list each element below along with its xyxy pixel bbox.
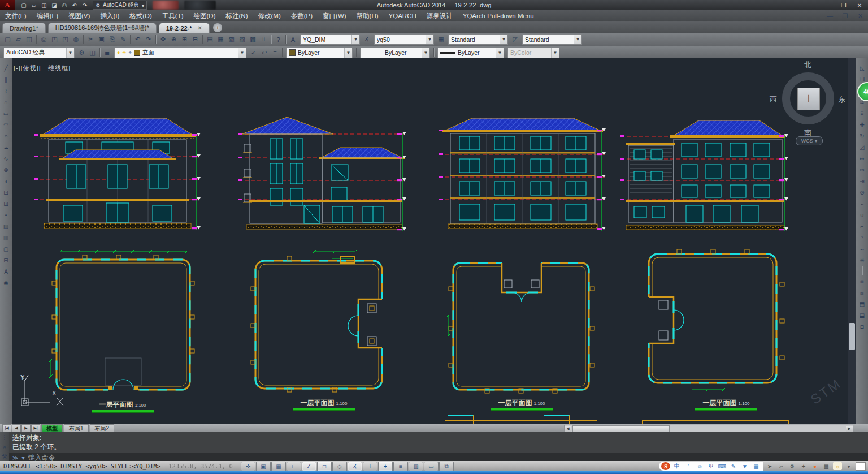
handwriting-icon[interactable]: ✎	[729, 462, 738, 470]
stretch-icon[interactable]: ↦	[857, 153, 867, 164]
infer-constraints-icon[interactable]: ✛	[241, 462, 255, 471]
arrow-tool-2-icon[interactable]: ➢	[776, 462, 785, 470]
qat-redo-icon[interactable]: ↷	[80, 1, 89, 9]
toolbox-icon[interactable]: ▦	[752, 462, 761, 470]
doc-close-icon[interactable]: ✕	[855, 11, 866, 21]
file-tab-drawing1[interactable]: Drawing1*	[2, 23, 46, 33]
construction-line-icon[interactable]: ∥	[1, 74, 11, 85]
layout2-tab[interactable]: 布局2	[90, 424, 115, 432]
markup-set-manager-icon[interactable]: ▩	[248, 35, 258, 45]
region-icon[interactable]: ▢	[1, 244, 11, 255]
linetype-select[interactable]: ByLayer▼	[360, 48, 430, 58]
qat-open-icon[interactable]: ▱	[29, 1, 38, 9]
menu-item-2[interactable]: 视图(V)	[63, 10, 95, 21]
elevation-drawing-2[interactable]	[237, 110, 407, 235]
cut-icon[interactable]: ✂	[85, 35, 96, 45]
last-tab-icon[interactable]: ▶|	[31, 424, 40, 432]
file-tab-hd190816[interactable]: HD190816-169特色景墙(1~6#墙)*	[48, 23, 157, 33]
revision-cloud-icon[interactable]: ☁	[1, 142, 11, 153]
prev-tab-icon[interactable]: ◀	[12, 424, 21, 432]
qat-workspace-select[interactable]: ⚙ AutoCAD 经典 ▾	[93, 1, 147, 10]
break-at-point-icon[interactable]: ⊘	[857, 187, 867, 198]
scroll-left-icon[interactable]: ◀	[565, 426, 571, 432]
qat-plot-icon[interactable]: ⎙	[60, 1, 69, 9]
floor-plan-drawing-4[interactable]	[637, 243, 790, 397]
sheet-set-manager-icon[interactable]: ▨	[237, 35, 248, 45]
menu-item-13[interactable]: 源泉设计	[422, 10, 458, 21]
extend-icon[interactable]: ⇥	[857, 176, 867, 187]
make-object-layer-current-icon[interactable]: ✓	[248, 48, 259, 58]
zoom-window-icon[interactable]: ⊞	[179, 35, 190, 45]
window-maximize-icon[interactable]: ❐	[839, 0, 849, 10]
new-tab-button[interactable]: +	[213, 23, 222, 32]
make-block-icon[interactable]: ⊞	[1, 199, 11, 209]
save-icon[interactable]: ◫	[24, 35, 34, 45]
match-properties-icon[interactable]: ✎	[118, 35, 128, 45]
point-style-icon[interactable]: ✱	[1, 278, 11, 288]
mleader-style-select[interactable]: Standard▼	[522, 34, 582, 45]
gradient-icon[interactable]: ▥	[1, 232, 11, 243]
model-tab[interactable]: 模型	[41, 424, 63, 432]
lightbulb-icon[interactable]: ☼	[833, 462, 842, 470]
properties-icon[interactable]: ▤	[205, 35, 215, 45]
sogou-logo-icon[interactable]: S	[661, 462, 670, 470]
gear-icon[interactable]: ⚙	[788, 462, 797, 470]
paste-icon[interactable]: ⎘	[107, 35, 118, 45]
lineweight-select[interactable]: ByLayer▼	[437, 48, 504, 58]
vertical-scroll-thumb[interactable]	[849, 323, 855, 350]
qat-save-icon[interactable]: ◫	[40, 1, 49, 9]
customize-wrench-icon[interactable]: ⚒	[0, 453, 10, 461]
wcs-menu[interactable]: WCS▾	[796, 136, 823, 145]
send-to-back-icon[interactable]: ⧇	[857, 287, 867, 298]
menu-item-7[interactable]: 标注(N)	[221, 10, 253, 21]
ellipse-icon[interactable]: ⊜	[1, 165, 11, 175]
dynamic-input-icon[interactable]: +	[378, 462, 393, 471]
menu-item-6[interactable]: 绘图(D)	[189, 10, 221, 21]
horizontal-scrollbar[interactable]: ◀ ▶	[564, 425, 853, 433]
send-under-icon[interactable]: ⬓	[857, 310, 867, 321]
layer-select[interactable]: ● ☀ ✦ 立面 ▼	[114, 48, 246, 58]
multiline-text-icon[interactable]: A	[1, 266, 11, 277]
undo-icon[interactable]: ↶	[132, 35, 143, 45]
menu-item-10[interactable]: 窗口(W)	[318, 10, 351, 21]
batch-plot-icon[interactable]: ◍	[71, 35, 81, 45]
coordinates-readout[interactable]: 12355.8, 3574.1, 0	[168, 463, 233, 469]
quickcalc-icon[interactable]: ⌗	[258, 35, 269, 45]
explode-icon[interactable]: ✳	[857, 255, 867, 266]
line-icon[interactable]: ╱	[1, 63, 11, 74]
arc-icon[interactable]: ◠	[1, 119, 11, 130]
window-close-icon[interactable]: ✕	[854, 0, 865, 10]
text-style-select[interactable]: YQ_DIM▼	[300, 34, 360, 45]
doc-restore-icon[interactable]: ❐	[840, 11, 850, 21]
windows-taskbar-edge[interactable]	[0, 471, 868, 474]
viewcube-top-face[interactable]: 上	[797, 88, 820, 110]
vertical-scrollbar[interactable]	[848, 58, 856, 424]
menu-item-5[interactable]: 工具(T)	[157, 10, 189, 21]
annotation-front-icon[interactable]: ◘	[857, 321, 867, 332]
menu-item-14[interactable]: YQArch Pull-down Menu	[458, 10, 539, 21]
qat-saveas-icon[interactable]: ◪	[50, 1, 59, 9]
menu-item-8[interactable]: 修改(M)	[253, 10, 285, 21]
help-icon[interactable]: ?	[273, 35, 284, 45]
skin-icon[interactable]: ▼	[740, 462, 749, 470]
table-style-icon[interactable]: ▦	[436, 35, 446, 45]
drawing-viewport[interactable]: [-][俯视][二维线框] ╱∥≀⌂▭◠○☁∿⊜◖⊡⊞•▨▥▢⊟A✱ ◺❐⋈≋⠿…	[0, 58, 868, 424]
layer-previous-icon[interactable]: ↩	[259, 48, 270, 58]
qat-new-icon[interactable]: ▢	[19, 1, 28, 9]
doc-minimize-icon[interactable]: —	[824, 11, 835, 21]
emoji-icon[interactable]: ☺	[695, 462, 704, 470]
menu-item-12[interactable]: YQARCH	[384, 10, 422, 21]
layer-properties-icon[interactable]: ≣	[102, 48, 112, 58]
ellipse-arc-icon[interactable]: ◖	[1, 176, 11, 187]
break-icon[interactable]: ⌁	[857, 199, 867, 209]
layer-states-manager-icon[interactable]: ≡	[270, 48, 280, 58]
workspace-settings-icon[interactable]: ⚙	[76, 48, 87, 58]
polyline-icon[interactable]: ≀	[1, 85, 11, 96]
elevation-drawing-3[interactable]	[438, 110, 607, 235]
file-tab-19-2-22[interactable]: 19-2-22-* ✕	[159, 23, 210, 33]
hatch-icon[interactable]: ▨	[1, 221, 11, 232]
polar-tracking-icon[interactable]: ∠	[302, 462, 316, 471]
rotate-icon[interactable]: ↻	[857, 131, 867, 141]
qat-undo-icon[interactable]: ↶	[70, 1, 79, 9]
next-tab-icon[interactable]: ▶	[21, 424, 31, 432]
